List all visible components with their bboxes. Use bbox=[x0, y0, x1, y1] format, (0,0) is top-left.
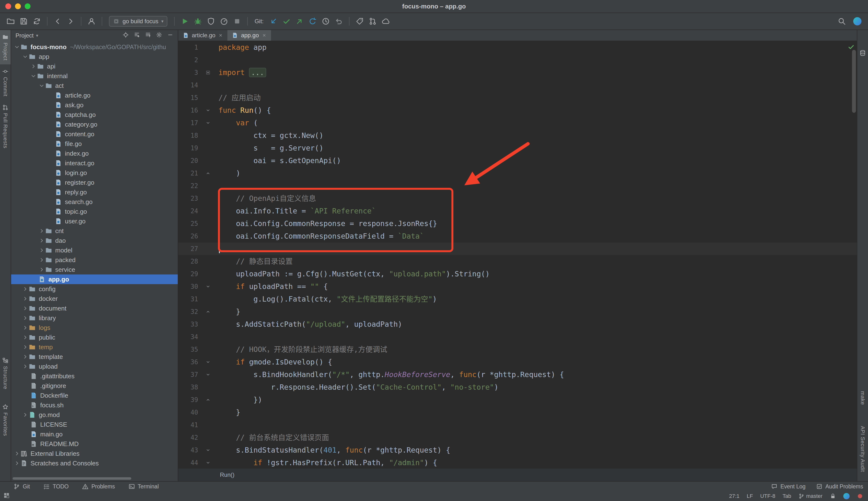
chevron-right-icon[interactable] bbox=[22, 286, 28, 292]
code-line[interactable]: 41 bbox=[178, 419, 857, 431]
chevron-down-icon[interactable] bbox=[14, 44, 20, 50]
tab-app.go[interactable]: app.go bbox=[227, 30, 271, 41]
chevron-down-icon[interactable] bbox=[22, 54, 28, 60]
toolwindow-button-todo[interactable]: TODO bbox=[43, 483, 69, 490]
tree-item-api[interactable]: api bbox=[11, 62, 178, 71]
tree-item-topic.go[interactable]: topic.go bbox=[11, 207, 178, 216]
tree-item-app[interactable]: app bbox=[11, 52, 178, 62]
database-tool-button[interactable] bbox=[859, 49, 866, 58]
tool-stripe-api-security-audit[interactable]: API Security Audit bbox=[857, 426, 868, 472]
git-history-button[interactable] bbox=[320, 15, 332, 27]
tree-item-focus-mono[interactable]: focus-mono~/Workspace/Go/GOPATH/src/gith… bbox=[11, 42, 178, 52]
tree-item-dao[interactable]: dao bbox=[11, 236, 178, 245]
tree-item-go.mod[interactable]: go.mod bbox=[11, 410, 178, 420]
code-line[interactable]: 36 if gmode.IsDevelop() { bbox=[178, 356, 857, 369]
fold-up-icon[interactable] bbox=[205, 171, 211, 176]
avatar-button[interactable] bbox=[851, 15, 863, 27]
tree-item-public[interactable]: public bbox=[11, 332, 178, 342]
tool-stripe-project[interactable]: Project bbox=[0, 30, 11, 64]
code-line[interactable]: 20 oai = s.GetOpenApi() bbox=[178, 154, 857, 167]
tool-stripe-favorites[interactable]: Favorites bbox=[0, 400, 11, 440]
tree-item-article.go[interactable]: article.go bbox=[11, 90, 178, 100]
fold-down-icon[interactable] bbox=[205, 372, 211, 377]
tree-item-document[interactable]: document bbox=[11, 303, 178, 313]
tree-item-register.go[interactable]: register.go bbox=[11, 178, 178, 187]
chevron-right-icon[interactable] bbox=[39, 247, 44, 253]
chevron-right-icon[interactable] bbox=[39, 228, 44, 234]
code-line[interactable]: 19 s = g.Server() bbox=[178, 142, 857, 154]
tree-item-internal[interactable]: internal bbox=[11, 71, 178, 81]
git-branch-widget[interactable]: master bbox=[798, 493, 823, 499]
close-icon[interactable] bbox=[262, 33, 266, 38]
tree-item-captcha.go[interactable]: captcha.go bbox=[11, 110, 178, 119]
indent-style[interactable]: Tab bbox=[783, 493, 791, 499]
tree-item-file.go[interactable]: file.go bbox=[11, 139, 178, 149]
tree-item-main.go[interactable]: main.go bbox=[11, 429, 178, 439]
cloud-button[interactable] bbox=[380, 15, 391, 27]
tool-stripe-structure[interactable]: Structure bbox=[0, 353, 11, 393]
fold-up-icon[interactable] bbox=[205, 397, 211, 403]
stop-button[interactable] bbox=[231, 15, 243, 27]
code-editor[interactable]: 1package app23import ...1415// 应用启动16fun… bbox=[178, 41, 857, 468]
search-button[interactable] bbox=[836, 15, 848, 27]
tree-item-login.go[interactable]: login.go bbox=[11, 168, 178, 178]
tree-item-category.go[interactable]: category.go bbox=[11, 119, 178, 129]
tree-item-model[interactable]: model bbox=[11, 245, 178, 255]
hide-button[interactable] bbox=[167, 32, 174, 40]
chevron-right-icon[interactable] bbox=[22, 344, 28, 350]
tree-item-library[interactable]: library bbox=[11, 313, 178, 323]
code-line[interactable]: 33 s.AddStaticPath("/upload", uploadPath… bbox=[178, 318, 857, 331]
tree-item-interact.go[interactable]: interact.go bbox=[11, 158, 178, 168]
tree-item-packed[interactable]: packed bbox=[11, 255, 178, 265]
tool-stripe-commit[interactable]: Commit bbox=[0, 64, 11, 100]
tree-item-.gitignore[interactable]: .gitignore bbox=[11, 381, 178, 391]
git-revert-button[interactable] bbox=[307, 15, 318, 27]
caret-position[interactable]: 27:1 bbox=[729, 493, 739, 499]
chevron-down-icon[interactable] bbox=[31, 73, 36, 79]
git-update-button[interactable] bbox=[268, 15, 279, 27]
sync-button[interactable] bbox=[31, 15, 43, 27]
tree-item-upload[interactable]: upload bbox=[11, 362, 178, 371]
fold-down-icon[interactable] bbox=[205, 108, 211, 113]
toolwindow-button-event-log[interactable]: Event Log bbox=[771, 483, 806, 490]
run-button[interactable] bbox=[179, 15, 191, 27]
code-line[interactable]: 17 var ( bbox=[178, 117, 857, 129]
tag-button[interactable] bbox=[354, 15, 365, 27]
chevron-right-icon[interactable] bbox=[39, 267, 44, 273]
code-line[interactable]: 2 bbox=[178, 54, 857, 66]
code-line[interactable]: 39 }) bbox=[178, 394, 857, 406]
profiler-button[interactable] bbox=[218, 15, 230, 27]
chevron-right-icon[interactable] bbox=[22, 412, 28, 418]
breadcrumb-item[interactable]: Run() bbox=[220, 471, 234, 478]
toolwindow-button-problems[interactable]: Problems bbox=[82, 483, 115, 490]
tree-item-scratches-and-consoles[interactable]: Scratches and Consoles bbox=[11, 458, 178, 468]
code-line[interactable]: 24 oai.Info.Title = `API Reference` bbox=[178, 205, 857, 217]
back-arrow-button[interactable] bbox=[52, 15, 63, 27]
open-folder-button[interactable] bbox=[5, 15, 17, 27]
code-line[interactable]: 21 ) bbox=[178, 167, 857, 180]
tree-item-index.go[interactable]: index.go bbox=[11, 149, 178, 158]
code-line[interactable]: 25 oai.Config.CommonResponse = response.… bbox=[178, 217, 857, 230]
fold-down-icon[interactable] bbox=[205, 284, 211, 289]
chevron-right-icon[interactable] bbox=[14, 451, 20, 457]
tree-horizontal-scrollbar[interactable] bbox=[13, 477, 131, 480]
tree-item-dockerfile[interactable]: Dockerfile bbox=[11, 391, 178, 400]
fold-plus-icon[interactable] bbox=[205, 70, 211, 75]
file-encoding[interactable]: UTF-8 bbox=[760, 493, 775, 499]
undo-button[interactable] bbox=[333, 15, 345, 27]
code-line[interactable]: 28 // 静态目录设置 bbox=[178, 255, 857, 268]
tree-item-readme.md[interactable]: README.MD bbox=[11, 439, 178, 449]
code-line[interactable]: 18 ctx = gctx.New() bbox=[178, 129, 857, 142]
expand-all-button[interactable] bbox=[134, 32, 140, 40]
run-configuration-select[interactable]: go build focus▾ bbox=[109, 16, 167, 26]
tree-item-focus.sh[interactable]: focus.sh bbox=[11, 400, 178, 410]
settings-button[interactable] bbox=[156, 32, 162, 40]
chevron-right-icon[interactable] bbox=[14, 460, 20, 466]
toolwindow-button-git[interactable]: Git bbox=[13, 483, 30, 490]
code-line[interactable]: 15// 应用启动 bbox=[178, 92, 857, 104]
fold-down-icon[interactable] bbox=[205, 120, 211, 126]
coverage-button[interactable] bbox=[205, 15, 217, 27]
tree-item-app.go[interactable]: app.go bbox=[11, 275, 178, 284]
code-line[interactable]: 38 r.Response.Header().Set("Cache-Contro… bbox=[178, 381, 857, 394]
inspections-ok-icon[interactable] bbox=[848, 43, 855, 50]
